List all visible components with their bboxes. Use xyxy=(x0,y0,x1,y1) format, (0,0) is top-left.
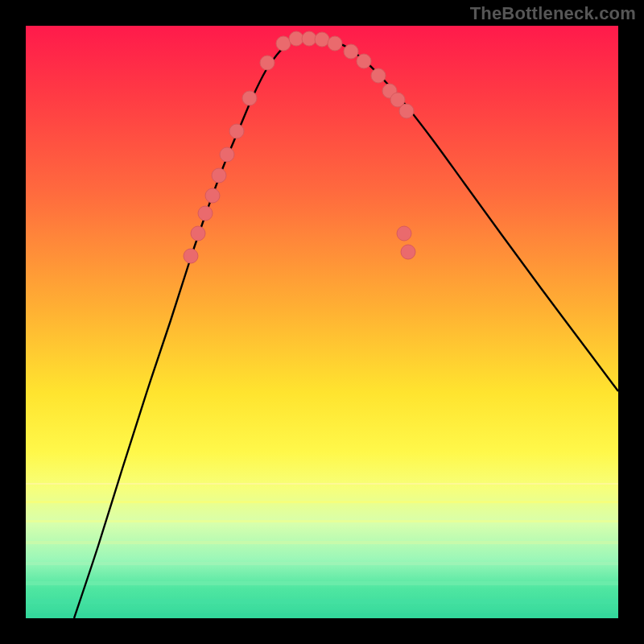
data-point xyxy=(276,36,291,51)
plot-area xyxy=(26,26,618,618)
data-point xyxy=(198,206,213,221)
data-point xyxy=(212,168,226,183)
data-point xyxy=(397,226,411,241)
data-point xyxy=(344,44,358,59)
data-point xyxy=(205,188,220,203)
data-point xyxy=(302,31,316,46)
bottleneck-curve xyxy=(74,38,618,618)
data-point xyxy=(289,31,303,46)
data-point xyxy=(184,249,198,263)
watermark-text: TheBottleneck.com xyxy=(470,3,636,24)
curve-layer xyxy=(26,26,618,618)
chart-frame: TheBottleneck.com xyxy=(0,0,644,644)
data-point xyxy=(401,245,415,259)
data-point xyxy=(229,124,244,138)
data-point xyxy=(328,36,342,51)
data-point xyxy=(315,32,329,47)
data-point xyxy=(371,68,386,83)
data-point xyxy=(191,226,205,241)
data-point xyxy=(260,56,275,70)
data-point xyxy=(399,104,414,118)
data-point xyxy=(357,54,371,68)
data-point xyxy=(220,147,234,162)
data-points xyxy=(184,31,415,263)
data-point xyxy=(242,91,257,105)
